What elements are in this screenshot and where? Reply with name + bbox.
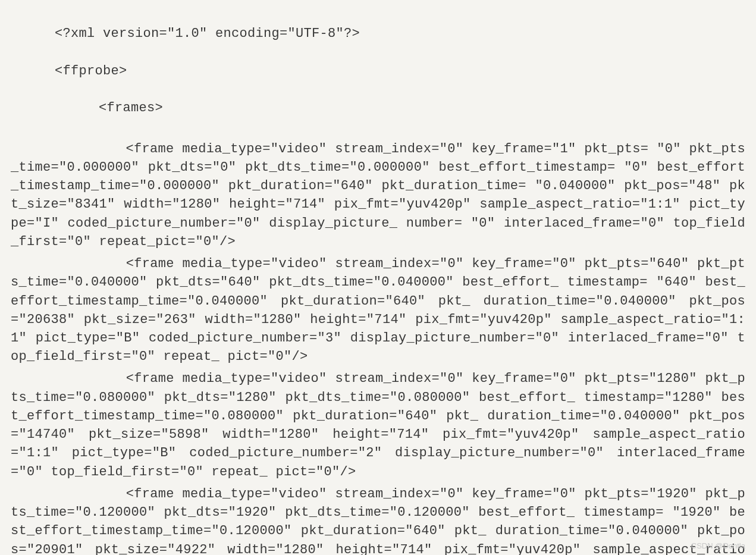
frame-element: <frame media_type="video" stream_index="…: [11, 369, 745, 481]
frame-element: <frame media_type="video" stream_index="…: [11, 255, 745, 366]
watermark: CSDN @Dontla: [691, 541, 745, 551]
frames-open: <frames>: [11, 99, 745, 117]
ffprobe-open: <ffprobe>: [11, 62, 745, 80]
xml-document: <?xml version="1.0" encoding="UTF-8"?> <…: [11, 6, 745, 555]
frames-list: <frame media_type="video" stream_index="…: [11, 140, 745, 555]
xml-header: <?xml version="1.0" encoding="UTF-8"?>: [11, 24, 745, 43]
frame-element: <frame media_type="video" stream_index="…: [11, 485, 745, 555]
frame-element: <frame media_type="video" stream_index="…: [11, 140, 745, 251]
